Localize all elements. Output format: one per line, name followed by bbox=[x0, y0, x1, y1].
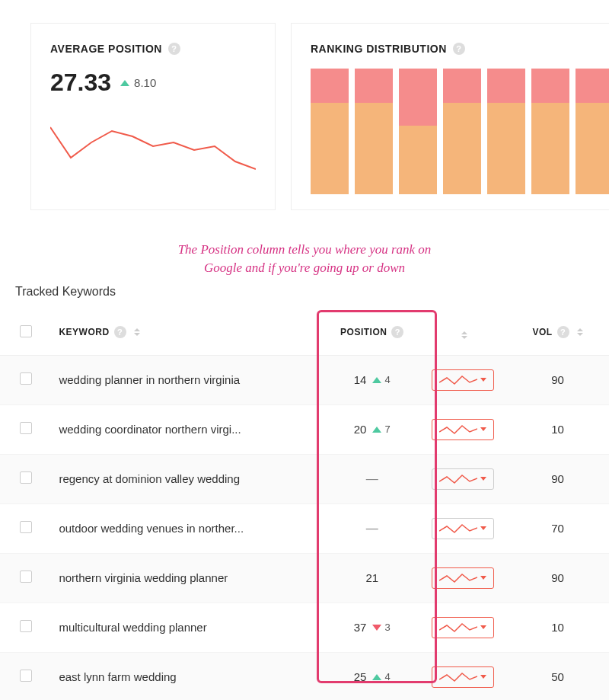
sparkline-icon bbox=[439, 423, 477, 436]
position-delta: 7 bbox=[372, 424, 390, 435]
bar-segment-top bbox=[531, 69, 569, 103]
chevron-down-icon bbox=[480, 526, 486, 530]
delta-value: 4 bbox=[384, 374, 390, 385]
position-value: 20 bbox=[354, 423, 367, 436]
chevron-down-icon bbox=[480, 625, 486, 629]
row-checkbox[interactable] bbox=[20, 620, 32, 632]
avg-position-value: 27.33 bbox=[50, 69, 111, 97]
position-value: 14 bbox=[354, 373, 367, 386]
trend-sparkline-button[interactable] bbox=[432, 369, 494, 391]
vol-header-label: VOL bbox=[532, 327, 552, 337]
avg-position-delta: 8.10 bbox=[120, 76, 156, 89]
ranking-distribution-title: RANKING DISTRIBUTION ? bbox=[311, 43, 609, 55]
distribution-bar bbox=[399, 69, 437, 194]
volume-value: 10 bbox=[506, 404, 609, 454]
distribution-bar bbox=[487, 69, 525, 194]
keyword-text[interactable]: wedding planner in northern virginia bbox=[59, 373, 287, 386]
keyword-text[interactable]: regency at dominion valley wedding bbox=[59, 472, 287, 485]
bar-segment-bottom bbox=[531, 103, 569, 194]
volume-value: 90 bbox=[506, 454, 609, 503]
row-checkbox[interactable] bbox=[20, 521, 32, 533]
help-icon[interactable]: ? bbox=[557, 326, 569, 338]
delta-value: 4 bbox=[384, 671, 390, 682]
avg-pos-title-text: AVERAGE POSITION bbox=[50, 43, 162, 55]
volume-value: 90 bbox=[506, 553, 609, 603]
chevron-down-icon bbox=[480, 378, 486, 382]
ranking-distribution-card: RANKING DISTRIBUTION ? bbox=[291, 23, 609, 210]
help-icon[interactable]: ? bbox=[453, 43, 465, 55]
trend-column-header[interactable] bbox=[419, 310, 507, 356]
volume-value: 50 bbox=[506, 652, 609, 700]
delta-value: 3 bbox=[384, 622, 390, 633]
triangle-up-icon bbox=[372, 377, 381, 383]
position-empty: — bbox=[366, 522, 378, 535]
bar-segment-bottom bbox=[355, 103, 393, 194]
checkbox-icon[interactable] bbox=[20, 325, 32, 337]
trend-sparkline-button[interactable] bbox=[432, 468, 494, 490]
row-checkbox[interactable] bbox=[20, 422, 32, 434]
volume-value: 90 bbox=[506, 355, 609, 404]
chevron-down-icon bbox=[480, 576, 486, 580]
position-delta: 4 bbox=[372, 671, 390, 682]
volume-value: 10 bbox=[506, 603, 609, 652]
sparkline-icon bbox=[439, 571, 477, 585]
sparkline-icon bbox=[439, 472, 477, 486]
keyword-column-header[interactable]: KEYWORD ? bbox=[51, 310, 325, 356]
keyword-text[interactable]: northern virginia wedding planner bbox=[59, 571, 287, 584]
bar-segment-bottom bbox=[443, 103, 481, 194]
bar-segment-top bbox=[311, 69, 349, 103]
sparkline-icon bbox=[439, 522, 477, 535]
help-icon[interactable]: ? bbox=[391, 326, 403, 338]
trend-sparkline-button[interactable] bbox=[432, 666, 494, 688]
bar-segment-top bbox=[576, 69, 609, 103]
trend-sparkline-button[interactable] bbox=[432, 567, 494, 589]
row-checkbox[interactable] bbox=[20, 372, 32, 385]
bar-segment-bottom bbox=[311, 103, 349, 194]
row-checkbox[interactable] bbox=[20, 471, 32, 484]
table-row: northern virginia wedding planner2190 bbox=[0, 553, 609, 603]
select-all-header[interactable] bbox=[0, 310, 51, 356]
chevron-down-icon bbox=[480, 427, 486, 431]
row-checkbox[interactable] bbox=[20, 571, 32, 583]
triangle-up-icon bbox=[372, 427, 381, 433]
bar-segment-top bbox=[443, 69, 481, 103]
sparkline-icon bbox=[439, 373, 477, 387]
bar-segment-bottom bbox=[487, 103, 525, 194]
keywords-table: KEYWORD ? POSITION ? VOL bbox=[0, 310, 609, 700]
trend-sparkline-button[interactable] bbox=[432, 518, 494, 539]
trend-sparkline-button[interactable] bbox=[432, 617, 494, 638]
avg-position-sparkline bbox=[50, 112, 256, 188]
position-value: 25 bbox=[354, 670, 367, 683]
keyword-text[interactable]: outdoor wedding venues in norther... bbox=[59, 522, 287, 535]
sort-icon[interactable] bbox=[461, 331, 467, 339]
average-position-title: AVERAGE POSITION ? bbox=[50, 43, 256, 55]
vol-column-header[interactable]: VOL ? bbox=[506, 310, 609, 356]
help-icon[interactable]: ? bbox=[168, 43, 180, 55]
triangle-up-icon bbox=[120, 80, 129, 86]
table-row: wedding coordinator northern virgi...207… bbox=[0, 404, 609, 454]
rank-dist-title-text: RANKING DISTRIBUTION bbox=[311, 43, 447, 55]
keywords-table-wrap: KEYWORD ? POSITION ? VOL bbox=[0, 310, 609, 700]
position-empty: — bbox=[366, 472, 378, 485]
help-icon[interactable]: ? bbox=[114, 326, 126, 338]
bar-segment-top bbox=[355, 69, 393, 103]
triangle-down-icon bbox=[372, 625, 381, 631]
bar-segment-top bbox=[487, 69, 525, 103]
bar-segment-bottom bbox=[576, 103, 609, 194]
chevron-down-icon bbox=[480, 477, 486, 481]
distribution-bar bbox=[576, 69, 609, 194]
distribution-bar bbox=[311, 69, 349, 194]
table-row: east lynn farm wedding25450 bbox=[0, 652, 609, 700]
keyword-text[interactable]: east lynn farm wedding bbox=[59, 670, 287, 683]
keyword-text[interactable]: wedding coordinator northern virgi... bbox=[59, 423, 287, 436]
trend-sparkline-button[interactable] bbox=[432, 419, 494, 440]
keyword-header-label: KEYWORD bbox=[59, 327, 109, 337]
position-column-header[interactable]: POSITION ? bbox=[325, 310, 419, 356]
sort-icon[interactable] bbox=[134, 328, 140, 336]
keyword-text[interactable]: multicultural wedding planner bbox=[59, 621, 287, 634]
sort-icon[interactable] bbox=[577, 328, 583, 336]
row-checkbox[interactable] bbox=[20, 670, 32, 682]
table-row: multicultural wedding planner37310 bbox=[0, 603, 609, 652]
table-row: wedding planner in northern virginia1449… bbox=[0, 355, 609, 404]
position-value: 21 bbox=[365, 571, 378, 584]
